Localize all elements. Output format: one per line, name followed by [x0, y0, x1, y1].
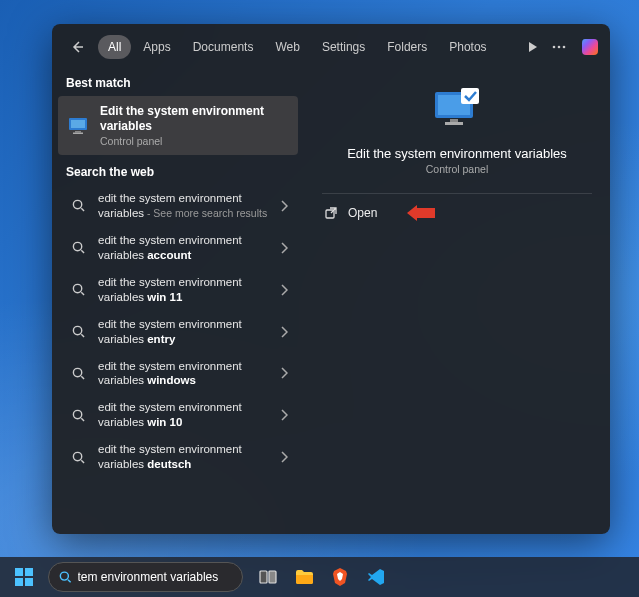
monitor-icon [68, 116, 90, 136]
tab-photos[interactable]: Photos [439, 35, 496, 59]
open-label: Open [348, 206, 377, 220]
svg-point-11 [73, 368, 81, 376]
preview-monitor-icon [429, 88, 485, 132]
taskview-icon [259, 570, 277, 584]
play-icon [528, 41, 538, 53]
chevron-right-icon [280, 200, 288, 212]
more-button[interactable] [552, 45, 566, 49]
best-match-label: Best match [52, 66, 304, 96]
chevron-right-icon [280, 242, 288, 254]
taskview-button[interactable] [251, 561, 285, 593]
svg-rect-21 [25, 568, 33, 576]
svg-point-10 [73, 326, 81, 334]
copilot-button[interactable] [580, 37, 600, 57]
svg-point-24 [60, 572, 68, 580]
svg-point-0 [553, 46, 556, 49]
web-result[interactable]: edit the system environment variables - … [58, 185, 298, 227]
best-match-subtitle: Control panel [100, 135, 288, 147]
svg-rect-25 [260, 571, 267, 583]
svg-point-9 [73, 285, 81, 293]
search-icon [72, 283, 85, 296]
open-icon [324, 206, 338, 220]
search-icon [72, 409, 85, 422]
web-result-text: edit the system environment variables wi… [98, 359, 270, 389]
search-icon [72, 241, 85, 254]
tab-folders[interactable]: Folders [377, 35, 437, 59]
svg-point-2 [563, 46, 566, 49]
best-match-title: Edit the system environment variables [100, 104, 288, 134]
ellipsis-icon [552, 45, 566, 49]
web-result[interactable]: edit the system environment variables wi… [58, 353, 298, 395]
filter-tabs: All Apps Documents Web Settings Folders … [98, 35, 497, 59]
web-result[interactable]: edit the system environment variables wi… [58, 394, 298, 436]
copilot-icon [580, 37, 600, 57]
web-result-text: edit the system environment variables en… [98, 317, 270, 347]
tab-web[interactable]: Web [265, 35, 309, 59]
back-button[interactable] [62, 32, 92, 62]
web-result[interactable]: edit the system environment variables de… [58, 436, 298, 478]
svg-rect-5 [75, 131, 81, 133]
web-result[interactable]: edit the system environment variables en… [58, 311, 298, 353]
taskbar-search[interactable] [48, 562, 243, 592]
svg-rect-23 [25, 578, 33, 586]
taskbar-search-input[interactable] [78, 570, 233, 584]
svg-rect-20 [15, 568, 23, 576]
open-action[interactable]: Open [322, 200, 592, 226]
svg-point-12 [73, 410, 81, 418]
preview-title: Edit the system environment variables [322, 146, 592, 161]
svg-rect-18 [461, 88, 479, 104]
svg-point-8 [73, 243, 81, 251]
search-icon [72, 199, 85, 212]
svg-rect-17 [445, 122, 463, 125]
web-result[interactable]: edit the system environment variables ac… [58, 227, 298, 269]
red-arrow-annotation [407, 205, 435, 221]
svg-point-13 [73, 452, 81, 460]
vscode-button[interactable] [359, 561, 393, 593]
search-icon [72, 367, 85, 380]
tab-all[interactable]: All [98, 35, 131, 59]
tab-apps[interactable]: Apps [133, 35, 180, 59]
chevron-right-icon [280, 284, 288, 296]
search-topbar: All Apps Documents Web Settings Folders … [52, 24, 610, 66]
windows-logo-icon [15, 568, 33, 586]
search-panel: All Apps Documents Web Settings Folders … [52, 24, 610, 534]
web-result-text: edit the system environment variables ac… [98, 233, 270, 263]
svg-rect-16 [450, 119, 458, 122]
search-web-label: Search the web [52, 155, 304, 185]
svg-rect-4 [71, 120, 85, 128]
folder-icon [295, 569, 313, 585]
svg-rect-6 [73, 132, 83, 134]
brave-icon [332, 568, 348, 586]
best-match-result[interactable]: Edit the system environment variables Co… [58, 96, 298, 155]
arrow-left-icon [69, 39, 85, 55]
preview-subtitle: Control panel [322, 163, 592, 175]
svg-rect-26 [269, 571, 276, 583]
chevron-right-icon [280, 409, 288, 421]
chevron-right-icon [280, 367, 288, 379]
web-result[interactable]: edit the system environment variables wi… [58, 269, 298, 311]
start-button[interactable] [6, 561, 42, 593]
divider [322, 193, 592, 194]
chevron-right-icon [280, 451, 288, 463]
search-icon [59, 570, 72, 584]
svg-point-1 [558, 46, 561, 49]
vscode-icon [368, 569, 384, 585]
web-result-text: edit the system environment variables de… [98, 442, 270, 472]
svg-point-7 [73, 201, 81, 209]
search-icon [72, 325, 85, 338]
search-icon [72, 451, 85, 464]
play-button[interactable] [528, 41, 538, 53]
web-result-text: edit the system environment variables - … [98, 191, 270, 221]
brave-button[interactable] [323, 561, 357, 593]
taskbar [0, 557, 639, 597]
web-result-text: edit the system environment variables wi… [98, 400, 270, 430]
explorer-button[interactable] [287, 561, 321, 593]
preview-column: Edit the system environment variables Co… [304, 66, 610, 534]
tab-documents[interactable]: Documents [183, 35, 264, 59]
chevron-right-icon [280, 326, 288, 338]
results-column: Best match Edit the system environment v… [52, 66, 304, 534]
web-result-text: edit the system environment variables wi… [98, 275, 270, 305]
tab-settings[interactable]: Settings [312, 35, 375, 59]
svg-rect-22 [15, 578, 23, 586]
